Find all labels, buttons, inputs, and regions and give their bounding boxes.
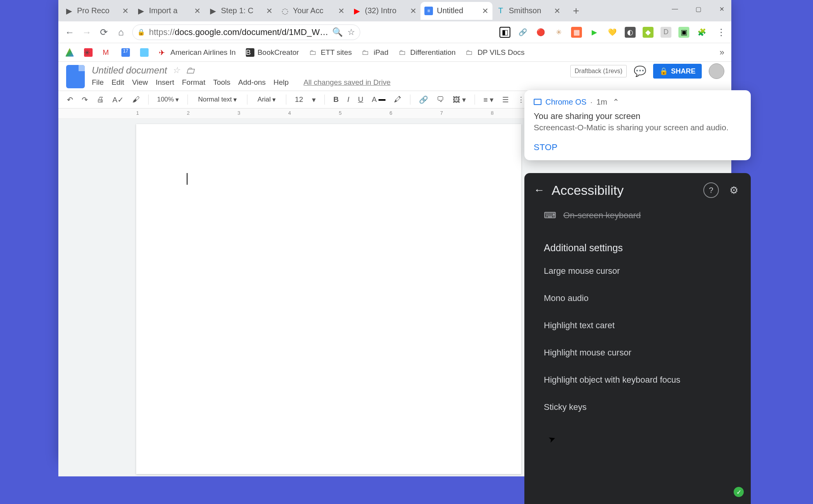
- ext-icon[interactable]: ▦: [571, 27, 582, 38]
- document-title[interactable]: Untitled document: [92, 65, 167, 76]
- a11y-item-highlight-mouse[interactable]: Highlight mouse cursor: [544, 339, 731, 366]
- undo-button[interactable]: ↶: [65, 94, 75, 106]
- docs-logo-icon[interactable]: [66, 65, 85, 88]
- ext-icon[interactable]: 🔗: [517, 27, 528, 38]
- ext-icon[interactable]: ◐: [625, 27, 636, 38]
- bookmark-folder[interactable]: 🗀DP VILS Docs: [466, 48, 524, 57]
- spellcheck-button[interactable]: A✓: [110, 94, 126, 106]
- ext-icon[interactable]: 💛: [607, 27, 618, 38]
- menu-tools[interactable]: Tools: [213, 78, 230, 87]
- bookmarks-overflow[interactable]: »: [720, 47, 724, 58]
- tab-3[interactable]: ◌ Your Acc ✕: [277, 2, 349, 20]
- tab-5-active[interactable]: ≡ Untitled ✕: [421, 2, 492, 20]
- close-icon[interactable]: ✕: [122, 6, 129, 16]
- bookmark-folder[interactable]: 🗀Differentiation: [399, 48, 456, 57]
- font-select[interactable]: Arial ▾: [254, 94, 280, 105]
- bookmark[interactable]: M: [103, 48, 111, 57]
- tab-2[interactable]: ▶ Step 1: C ✕: [205, 2, 277, 20]
- maximize-button[interactable]: ▢: [692, 3, 704, 15]
- bookmark[interactable]: [65, 48, 74, 57]
- ext-icon[interactable]: ◧: [499, 27, 510, 38]
- bold-button[interactable]: B: [331, 94, 341, 105]
- home-button[interactable]: ⌂: [115, 26, 127, 38]
- tab-1[interactable]: ▶ Import a ✕: [133, 2, 205, 20]
- address-bar[interactable]: 🔒 https://docs.google.com/document/d/1MD…: [132, 24, 360, 40]
- help-icon[interactable]: ?: [703, 182, 719, 198]
- folder-icon[interactable]: 🗀: [186, 65, 195, 76]
- close-icon[interactable]: ✕: [410, 6, 417, 16]
- star-icon[interactable]: ☆: [172, 65, 180, 75]
- tab-6[interactable]: T Smithson ✕: [492, 2, 564, 20]
- ext-icon[interactable]: 🔴: [535, 27, 546, 38]
- bookmark[interactable]: BBookCreator: [246, 48, 299, 57]
- ext-icon[interactable]: ▶: [589, 27, 600, 38]
- image-button[interactable]: 🖼 ▾: [450, 94, 468, 106]
- gear-icon[interactable]: ⚙: [726, 182, 741, 198]
- close-window-button[interactable]: ✕: [716, 3, 727, 15]
- ext-icon[interactable]: ✳: [553, 27, 564, 38]
- stop-button[interactable]: STOP: [534, 142, 741, 152]
- back-button[interactable]: ←: [64, 26, 75, 38]
- ext-icon[interactable]: D: [661, 27, 671, 38]
- menu-file[interactable]: File: [92, 78, 104, 87]
- bookmark[interactable]: [140, 48, 149, 57]
- align-button[interactable]: ≡ ▾: [481, 94, 496, 106]
- bookmark[interactable]: ✈American Airlines In: [159, 48, 236, 57]
- account-avatar[interactable]: [709, 63, 724, 79]
- close-icon[interactable]: ✕: [338, 6, 345, 16]
- new-tab-button[interactable]: +: [568, 3, 584, 19]
- italic-button[interactable]: I: [345, 94, 352, 105]
- paragraph-style-select[interactable]: Normal text ▾: [194, 94, 241, 105]
- ext-icon[interactable]: ▣: [678, 27, 689, 38]
- link-button[interactable]: 🔗: [417, 94, 431, 106]
- a11y-item-large-cursor[interactable]: Large mouse cursor: [544, 257, 731, 285]
- search-icon[interactable]: 🔍: [332, 27, 343, 37]
- tab-4[interactable]: ▶ (32) Intro ✕: [349, 2, 421, 20]
- menu-view[interactable]: View: [132, 78, 148, 87]
- underline-button[interactable]: U: [356, 94, 366, 105]
- chevron-up-icon[interactable]: ⌃: [613, 97, 619, 107]
- text-color-button[interactable]: A: [370, 94, 388, 105]
- font-size-input[interactable]: 12: [293, 94, 306, 105]
- paint-format-button[interactable]: 🖌: [130, 94, 142, 105]
- minimize-button[interactable]: —: [669, 3, 681, 15]
- reload-button[interactable]: ⟳: [98, 26, 110, 38]
- a11y-item-sticky-keys[interactable]: Sticky keys: [544, 394, 731, 421]
- menu-format[interactable]: Format: [182, 78, 205, 87]
- menu-help[interactable]: Help: [273, 78, 289, 87]
- forward-button[interactable]: →: [81, 26, 93, 38]
- a11y-item-highlight-focus[interactable]: Highlight object with keyboard focus: [544, 366, 731, 394]
- bookmark-folder[interactable]: 🗀iPad: [362, 48, 388, 57]
- line-spacing-button[interactable]: ☰: [500, 94, 511, 106]
- draftback-button[interactable]: Draftback (1revs): [570, 65, 627, 77]
- menu-edit[interactable]: Edit: [112, 78, 124, 87]
- menu-addons[interactable]: Add-ons: [238, 78, 266, 87]
- close-icon[interactable]: ✕: [194, 6, 201, 16]
- close-icon[interactable]: ✕: [554, 6, 561, 16]
- ext-icon[interactable]: 🧩: [696, 27, 707, 38]
- ext-icon[interactable]: ◆: [643, 27, 654, 38]
- bookmark[interactable]: ✳: [84, 48, 93, 57]
- zoom-select[interactable]: 100% ▾: [155, 94, 181, 105]
- print-button[interactable]: 🖨: [94, 94, 106, 105]
- close-icon[interactable]: ✕: [482, 6, 489, 16]
- tab-0[interactable]: ▶ Pro Reco ✕: [61, 2, 133, 20]
- a11y-item-highlight-caret[interactable]: Highlight text caret: [544, 312, 731, 339]
- browser-menu-button[interactable]: ⋮: [717, 27, 726, 38]
- highlight-button[interactable]: 🖍: [392, 94, 404, 105]
- document-page[interactable]: [136, 124, 521, 474]
- star-icon[interactable]: ☆: [347, 27, 355, 37]
- back-button[interactable]: ←: [534, 184, 545, 196]
- menu-insert[interactable]: Insert: [156, 78, 174, 87]
- share-button[interactable]: 🔒SHARE: [653, 64, 702, 79]
- comments-icon[interactable]: 💬: [634, 65, 646, 77]
- close-icon[interactable]: ✕: [266, 6, 273, 16]
- docs-header: Untitled document ☆ 🗀 File Edit View Ins…: [58, 62, 731, 91]
- a11y-item-onscreen-keyboard[interactable]: ⌨ On-screen keyboard: [544, 207, 731, 231]
- font-size-dropdown[interactable]: ▾: [310, 94, 318, 106]
- comment-button[interactable]: 🗨: [435, 94, 447, 105]
- redo-button[interactable]: ↷: [79, 94, 90, 106]
- bookmark[interactable]: 17: [121, 48, 130, 57]
- a11y-item-mono-audio[interactable]: Mono audio: [544, 285, 731, 312]
- bookmark-folder[interactable]: 🗀ETT sites: [309, 48, 352, 57]
